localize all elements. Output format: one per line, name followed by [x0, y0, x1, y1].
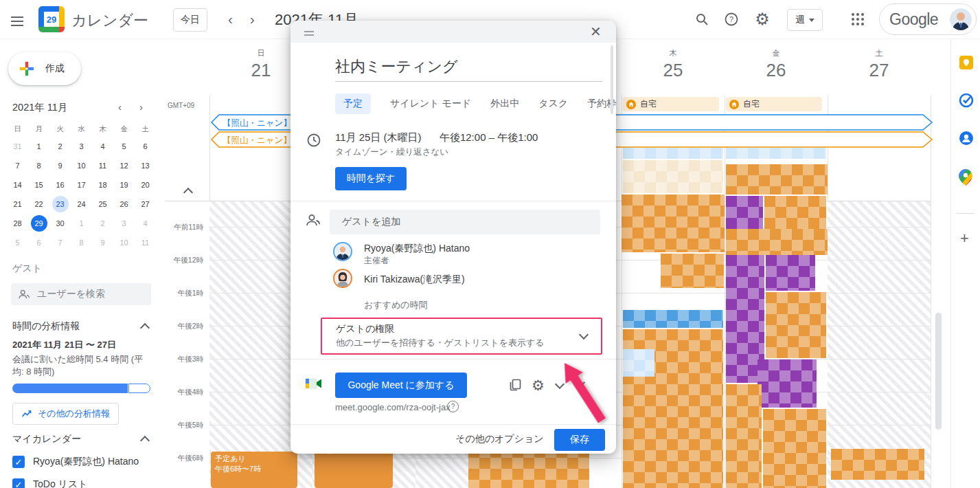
event-datetime[interactable]: 11月 25日 (木曜日) 午後12:00 – 午後1:00	[335, 131, 538, 144]
minical-day[interactable]: 7	[49, 233, 71, 252]
chevron-down-icon[interactable]	[579, 330, 589, 340]
minical-day[interactable]: 31	[7, 137, 28, 156]
checkbox-checked-icon[interactable]: ✓	[12, 478, 25, 488]
minical-day[interactable]: 15	[28, 175, 49, 195]
today-button[interactable]: 今日	[173, 8, 207, 32]
minical-day[interactable]: 9	[92, 233, 113, 252]
minical-day[interactable]: 25	[92, 195, 113, 214]
tasks-icon[interactable]	[959, 93, 974, 108]
minical-day[interactable]: 17	[71, 175, 92, 195]
search-users-input[interactable]: ユーザーを検索	[11, 283, 151, 305]
remove-meet-icon[interactable]: ✕	[576, 378, 586, 393]
save-button[interactable]: 保存	[554, 429, 605, 451]
drag-handle-icon[interactable]	[304, 29, 314, 38]
checkbox-checked-icon[interactable]: ✓	[12, 456, 25, 468]
tab-予定[interactable]: 予定	[335, 93, 371, 114]
tab-外出中[interactable]: 外出中	[490, 98, 519, 110]
dialog-scrollbar[interactable]	[611, 45, 613, 114]
minical-day[interactable]: 29	[28, 214, 49, 233]
event-sun[interactable]: 予定あり 午後6時〜7時	[211, 452, 297, 488]
tab-サイレント モード[interactable]: サイレント モード	[390, 98, 471, 110]
guest-row[interactable]	[333, 269, 352, 288]
minical-day[interactable]: 7	[7, 156, 28, 175]
minical-day[interactable]: 26	[113, 195, 135, 214]
minical-day[interactable]: 27	[135, 195, 156, 214]
minical-day[interactable]: 3	[71, 137, 92, 156]
minical-day[interactable]: 28	[7, 214, 28, 233]
minical-day[interactable]: 2	[92, 214, 113, 233]
minical-day[interactable]: 11	[135, 233, 156, 252]
collapse-mycalendars-icon[interactable]	[140, 436, 150, 445]
calendar-list-item[interactable]: ✓ Ryoya(秦野諒也) Hatano	[12, 456, 139, 468]
keep-icon[interactable]	[959, 55, 974, 70]
minical-day[interactable]: 9	[49, 156, 71, 175]
close-icon[interactable]: ✕	[590, 23, 602, 40]
timezone-recurrence[interactable]: タイムゾーン・繰り返さない	[335, 146, 448, 158]
chevron-down-icon[interactable]	[555, 379, 565, 389]
find-time-button[interactable]: 時間を探す	[335, 167, 407, 190]
minical-day[interactable]: 6	[28, 233, 49, 252]
minical-day[interactable]: 8	[28, 156, 49, 175]
working-location-chip[interactable]: 自宅	[726, 97, 822, 111]
collapse-allday-icon[interactable]	[185, 186, 192, 199]
suggested-times-link[interactable]: おすすめの時間	[364, 299, 428, 311]
view-selector[interactable]: 週	[787, 9, 823, 31]
event-title-input[interactable]: 社内ミーティング	[335, 56, 458, 77]
more-options-button[interactable]: その他のオプション	[455, 433, 544, 445]
add-guests-input[interactable]: ゲストを追加	[330, 210, 600, 234]
minical-day[interactable]: 8	[71, 233, 92, 252]
meet-help-icon[interactable]: ?	[447, 401, 459, 412]
minical-day[interactable]: 3	[113, 214, 135, 233]
minical-day[interactable]: 2	[49, 137, 71, 156]
minical-day[interactable]: 1	[28, 137, 49, 156]
help-icon[interactable]: ?	[723, 11, 740, 27]
minical-day[interactable]: 5	[113, 137, 135, 156]
guest-permissions-highlight[interactable]: ゲストの権限 他のユーザーを招待する・ゲストリストを表示する	[321, 318, 602, 355]
more-insights-button[interactable]: その他の分析情報	[12, 403, 119, 425]
guest-row[interactable]	[333, 242, 352, 261]
vertical-scrollbar[interactable]	[935, 313, 942, 430]
maps-icon[interactable]	[959, 169, 974, 184]
minical-day[interactable]: 4	[135, 214, 156, 233]
minical-day[interactable]: 4	[92, 137, 113, 156]
minical-day[interactable]: 23	[49, 195, 71, 214]
prev-week-icon[interactable]: ‹	[228, 12, 233, 26]
minical-prev-icon[interactable]: ‹	[118, 101, 122, 113]
account-chip[interactable]: Google	[879, 3, 977, 35]
minical-day[interactable]: 5	[7, 233, 28, 252]
contacts-icon[interactable]	[959, 131, 974, 146]
working-location-chip[interactable]: 自宅	[623, 97, 719, 111]
user-avatar[interactable]	[950, 8, 972, 30]
minical-day[interactable]: 21	[7, 195, 28, 214]
minical-day[interactable]: 30	[49, 214, 71, 233]
minical-day[interactable]: 10	[71, 156, 92, 175]
copy-icon[interactable]	[509, 379, 521, 391]
minical-day[interactable]: 13	[135, 156, 156, 175]
minical-day[interactable]: 11	[92, 156, 113, 175]
minical-day[interactable]: 20	[135, 175, 156, 195]
minical-day[interactable]: 6	[135, 137, 156, 156]
search-icon[interactable]	[694, 11, 710, 27]
get-addons-icon[interactable]: +	[960, 230, 969, 247]
calendar-list-item[interactable]: ✓ ToDo リスト	[12, 478, 88, 488]
main-menu-icon[interactable]	[11, 14, 23, 29]
tab-タスク[interactable]: タスク	[538, 98, 568, 110]
minical-day[interactable]: 12	[113, 156, 135, 175]
calendar-logo-icon[interactable]: 29	[38, 6, 65, 32]
meet-settings-gear-icon[interactable]: ⚙	[532, 377, 545, 394]
settings-gear-icon[interactable]: ⚙	[754, 11, 771, 27]
dialog-drag-bar[interactable]: ✕	[290, 21, 616, 43]
minical-day[interactable]: 22	[28, 195, 49, 214]
minical-day[interactable]: 14	[7, 175, 28, 195]
join-meet-button[interactable]: Google Meet に参加する	[335, 373, 467, 398]
minical-day[interactable]: 16	[49, 175, 71, 195]
create-button[interactable]: 作成	[8, 52, 81, 85]
google-apps-grid-icon[interactable]	[850, 11, 866, 27]
minical-day[interactable]: 10	[113, 233, 135, 252]
minical-day[interactable]: 18	[92, 175, 113, 195]
minical-day[interactable]: 1	[71, 214, 92, 233]
minical-day[interactable]: 19	[113, 175, 135, 195]
collapse-insights-icon[interactable]	[140, 323, 150, 333]
next-week-icon[interactable]: ›	[250, 12, 255, 26]
minical-next-icon[interactable]: ›	[139, 101, 143, 113]
